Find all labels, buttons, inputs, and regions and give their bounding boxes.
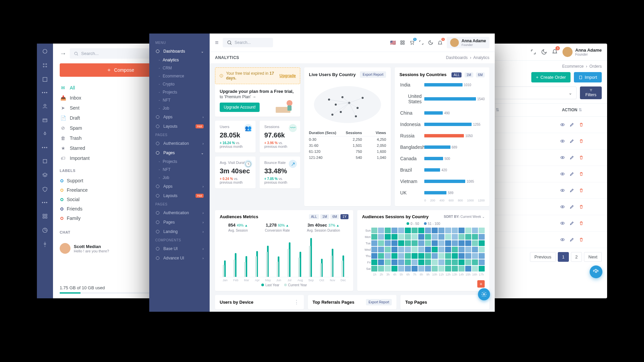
edit-icon[interactable] <box>570 204 574 209</box>
sidebar-item-authentication[interactable]: Authentication› <box>149 139 210 148</box>
export-button[interactable]: Export Report <box>366 299 392 305</box>
edit-icon[interactable] <box>570 172 574 176</box>
hamburger-icon[interactable]: ≡ <box>215 39 219 46</box>
expand-icon[interactable] <box>530 49 536 55</box>
sidebar-item-layouts[interactable]: LayoutsHot <box>149 191 210 200</box>
edit-icon[interactable] <box>570 221 574 226</box>
pager-page[interactable]: 1 <box>558 252 569 262</box>
sort-label[interactable]: SORT BY: Current Week ⌄ <box>444 215 485 219</box>
range-pill[interactable]: ALL <box>309 214 319 219</box>
widgets-icon[interactable] <box>42 62 48 68</box>
pager-next[interactable]: Next <box>584 252 602 262</box>
delete-icon[interactable] <box>579 204 584 209</box>
delete-icon[interactable] <box>579 188 584 193</box>
range-pill[interactable]: ALL <box>451 72 462 77</box>
user-menu[interactable]: Anna AdameFounder <box>562 47 602 57</box>
pager-prev[interactable]: Previous <box>530 252 556 262</box>
user-menu[interactable]: Anna AdameFounder <box>447 37 489 48</box>
delete-icon[interactable] <box>579 139 584 143</box>
cart-icon[interactable]: 5 <box>409 40 415 45</box>
more-icon[interactable]: ⋮ <box>294 299 299 305</box>
view-icon[interactable] <box>560 221 565 226</box>
sidebar-item-pages[interactable]: Pages› <box>149 218 210 227</box>
layers-icon[interactable] <box>42 172 48 178</box>
delete-icon[interactable] <box>579 237 584 242</box>
sidebar-item-base ui[interactable]: Base UI› <box>149 244 210 253</box>
more-icon[interactable]: ••• <box>42 90 48 95</box>
sidebar-subitem-crypto[interactable]: Crypto <box>149 80 210 88</box>
bell-icon[interactable]: 3 <box>552 48 558 56</box>
sidebar-subitem-job[interactable]: Job <box>149 104 210 112</box>
edit-icon[interactable] <box>570 155 574 160</box>
grid-icon[interactable] <box>42 213 48 219</box>
map-icon[interactable] <box>42 241 48 247</box>
view-icon[interactable] <box>560 155 565 160</box>
view-icon[interactable] <box>560 172 565 176</box>
box-icon[interactable] <box>42 76 48 82</box>
upgrade-link[interactable]: Upgrade <box>279 73 296 78</box>
range-pill[interactable]: 1M <box>320 214 329 219</box>
edit-icon[interactable] <box>570 237 574 242</box>
back-icon[interactable]: → <box>60 50 66 57</box>
expand-icon[interactable] <box>419 40 424 45</box>
sidebar-item-apps[interactable]: Apps› <box>149 182 210 191</box>
sidebar-item-apps[interactable]: Apps› <box>149 112 210 122</box>
widgets-icon[interactable] <box>42 48 48 54</box>
export-button[interactable]: Export Report <box>360 71 386 78</box>
more-icon[interactable]: ••• <box>42 145 48 150</box>
card-icon[interactable] <box>42 117 48 123</box>
sort-icon[interactable]: ⇅ <box>579 108 582 112</box>
view-icon[interactable] <box>560 204 565 209</box>
sidebar-item-dashboards[interactable]: Dashboards⌄ <box>149 47 210 56</box>
sidebar-item-authentication[interactable]: Authentication› <box>149 208 210 218</box>
filters-button[interactable]: Filters <box>580 86 602 99</box>
edit-icon[interactable] <box>570 188 574 193</box>
more-icon[interactable]: ••• <box>42 200 48 205</box>
grid-icon[interactable] <box>400 40 405 45</box>
sidebar-subitem-analytics[interactable]: Analytics <box>149 56 210 64</box>
pie-icon[interactable] <box>42 227 48 233</box>
pager-page[interactable]: 2 <box>571 252 582 262</box>
flag-icon[interactable]: 🇺🇸 <box>390 40 396 45</box>
range-pill[interactable]: 1Y <box>340 214 348 219</box>
sidebar-subitem-ecommerce[interactable]: Ecommerce <box>149 72 210 80</box>
sidebar-subitem-nft[interactable]: NFT <box>149 96 210 104</box>
sidebar-item-advance ui[interactable]: Advance UI› <box>149 253 210 263</box>
settings-fab[interactable] <box>590 265 602 278</box>
sidebar-subitem-projects[interactable]: Projects <box>149 158 210 166</box>
edit-icon[interactable] <box>570 139 574 143</box>
moon-icon[interactable] <box>428 40 433 45</box>
moon-icon[interactable] <box>541 49 547 55</box>
create-order-button[interactable]: +Create Order <box>531 72 571 82</box>
sidebar-item-landing[interactable]: Landing› <box>149 227 210 236</box>
view-icon[interactable] <box>560 237 565 242</box>
sort-icon[interactable]: ⇅ <box>496 108 499 112</box>
sidebar-subitem-projects[interactable]: Projects <box>149 88 210 96</box>
settings-fab[interactable] <box>478 288 490 300</box>
delete-icon[interactable] <box>579 155 584 160</box>
search-input[interactable]: Search... <box>223 38 273 47</box>
import-button[interactable]: Import <box>574 72 602 82</box>
add-button[interactable]: + <box>477 280 485 288</box>
user-icon[interactable] <box>42 103 48 109</box>
view-icon[interactable] <box>560 122 565 127</box>
bell-icon[interactable]: 5 <box>437 40 443 45</box>
rocket-icon[interactable] <box>42 131 48 137</box>
box-icon[interactable] <box>42 158 48 164</box>
upgrade-button[interactable]: Upgrade Account! <box>220 103 260 112</box>
sidebar-subitem-crm[interactable]: CRM <box>149 64 210 72</box>
view-icon[interactable] <box>560 188 565 193</box>
range-pill[interactable]: 6M <box>476 72 485 77</box>
range-pill[interactable]: 1M <box>465 72 473 77</box>
sidebar-subitem-job[interactable]: Job <box>149 174 210 182</box>
delete-icon[interactable] <box>579 122 584 127</box>
sidebar-item-layouts[interactable]: LayoutsHot <box>149 122 210 131</box>
range-pill[interactable]: 6M <box>330 214 339 219</box>
delete-icon[interactable] <box>579 172 584 176</box>
view-icon[interactable] <box>560 139 565 143</box>
sidebar-item-pages[interactable]: Pages⌄ <box>149 148 210 158</box>
sidebar-subitem-nft[interactable]: NFT <box>149 166 210 174</box>
edit-icon[interactable] <box>570 122 574 127</box>
shield-icon[interactable] <box>42 186 48 192</box>
delete-icon[interactable] <box>579 221 584 226</box>
